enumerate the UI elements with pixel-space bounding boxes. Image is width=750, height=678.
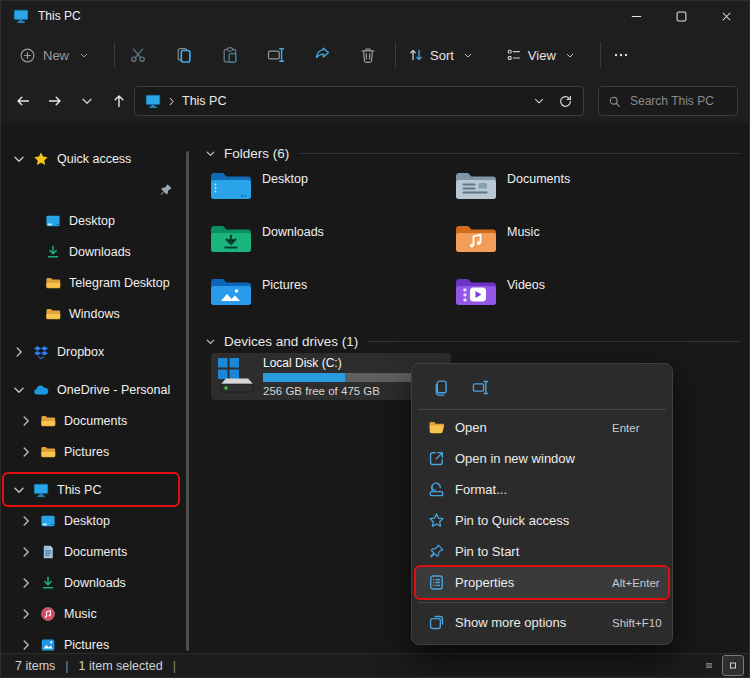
chevron-right-icon[interactable] <box>18 444 34 460</box>
sidebar-item-this-pc[interactable]: This PC <box>4 474 178 505</box>
sidebar-item-music-pc[interactable]: Music <box>4 598 178 629</box>
sidebar-item-downloads-pc[interactable]: Downloads <box>4 567 178 598</box>
tile-desktop[interactable]: Desktop <box>209 167 446 214</box>
new-button-label: New <box>43 48 69 63</box>
tile-pictures[interactable]: Pictures <box>209 273 446 320</box>
properties-icon <box>428 574 445 591</box>
forward-button[interactable] <box>39 85 71 117</box>
sidebar-item-telegram-desktop[interactable]: Telegram Desktop <box>4 267 178 298</box>
window-title: This PC <box>38 9 81 23</box>
pictures-blue-icon <box>40 637 56 653</box>
menu-item-open[interactable]: Open Enter <box>416 412 668 443</box>
devices-section-header[interactable]: Devices and drives (1) <box>204 331 741 351</box>
tile-label: Music <box>507 220 540 267</box>
menu-rename-button[interactable] <box>464 372 496 402</box>
win-close-icon <box>719 9 734 24</box>
command-toolbar: New <box>1 31 749 79</box>
sidebar-item-label: Documents <box>64 545 127 559</box>
folders-section-header[interactable]: Folders (6) <box>204 143 741 163</box>
delete-button[interactable] <box>345 37 391 73</box>
sidebar-item-documents-od[interactable]: Documents <box>4 405 178 436</box>
tile-documents[interactable]: Documents <box>454 167 691 214</box>
sidebar-pin-row[interactable] <box>4 174 178 205</box>
sidebar-item-desktop-qa[interactable]: Desktop <box>4 205 178 236</box>
menu-copy-button[interactable] <box>424 372 456 402</box>
address-dropdown-icon[interactable] <box>532 94 546 108</box>
pin-outline-icon <box>428 543 445 560</box>
sidebar-item-onedrive[interactable]: OneDrive - Personal <box>4 374 178 405</box>
chevron-down-icon[interactable] <box>204 335 217 348</box>
menu-item-label: Open <box>455 420 487 435</box>
maximize-button[interactable] <box>659 1 704 31</box>
chevron-right-icon[interactable] <box>18 575 34 591</box>
back-button[interactable] <box>7 85 39 117</box>
sidebar-item-pictures-od[interactable]: Pictures <box>4 436 178 467</box>
search-input[interactable] <box>628 93 728 109</box>
pin-icon <box>158 182 174 198</box>
see-more-button[interactable] <box>601 39 641 71</box>
paste-button[interactable] <box>207 37 253 73</box>
menu-item-open-new-window[interactable]: Open in new window <box>416 443 668 474</box>
address-bar[interactable]: This PC <box>134 86 584 116</box>
menu-item-label: Format... <box>455 482 507 497</box>
chevron-down-icon[interactable] <box>11 382 27 398</box>
folder-pictures-big-icon <box>209 273 253 309</box>
chevron-down-icon[interactable] <box>11 482 27 498</box>
menu-item-properties[interactable]: Properties Alt+Enter <box>416 567 668 598</box>
menu-item-pin-start[interactable]: Pin to Start <box>416 536 668 567</box>
new-button[interactable]: New <box>15 41 102 70</box>
sidebar-item-label: Documents <box>64 414 127 428</box>
window-controls <box>614 1 749 31</box>
menu-item-format[interactable]: Format... <box>416 474 668 505</box>
thumbnail-view-button[interactable] <box>723 656 743 675</box>
onedrive-icon <box>33 382 49 398</box>
menu-item-pin-quick-access[interactable]: Pin to Quick access <box>416 505 668 536</box>
music-circle-icon <box>40 606 56 622</box>
sort-button[interactable]: Sort <box>396 47 494 63</box>
folder-open-icon <box>428 419 445 436</box>
view-list-icon <box>506 47 522 63</box>
tile-downloads[interactable]: Downloads <box>209 220 446 267</box>
share-button[interactable] <box>299 37 345 73</box>
desktop-blue-icon <box>40 513 56 529</box>
monitor-icon <box>33 482 49 498</box>
sidebar-scrollbar[interactable] <box>186 151 189 651</box>
rename-button[interactable] <box>253 37 299 73</box>
sidebar-item-windows[interactable]: Windows <box>4 298 178 329</box>
tile-videos[interactable]: Videos <box>454 273 691 320</box>
copy-toolbar-icon <box>175 46 193 64</box>
breadcrumb[interactable]: This PC <box>182 94 226 108</box>
sidebar-item-quick-access[interactable]: Quick access <box>4 143 178 174</box>
refresh-icon[interactable] <box>558 94 573 109</box>
win-max-icon <box>674 9 689 24</box>
rename-toolbar-icon <box>267 46 285 64</box>
sidebar-item-dropbox[interactable]: Dropbox <box>4 336 178 367</box>
details-view-button[interactable] <box>699 656 719 675</box>
trash-icon <box>359 46 377 64</box>
chevron-right-icon[interactable] <box>18 544 34 560</box>
chevron-right-icon[interactable] <box>18 637 34 653</box>
sidebar-item-documents-pc[interactable]: Documents <box>4 536 178 567</box>
chevron-right-icon[interactable] <box>11 344 27 360</box>
copy-button[interactable] <box>161 37 207 73</box>
view-button[interactable]: View <box>494 47 596 63</box>
chevron-right-icon[interactable] <box>18 413 34 429</box>
chevron-down-icon[interactable] <box>204 147 217 160</box>
drive-usage-fill <box>263 373 345 382</box>
minimize-button[interactable] <box>614 1 659 31</box>
sidebar-item-desktop-pc[interactable]: Desktop <box>4 505 178 536</box>
up-button[interactable] <box>103 85 135 117</box>
desktop-blue-icon <box>45 213 61 229</box>
chevron-down-icon[interactable] <box>11 151 27 167</box>
menu-item-show-more-options[interactable]: Show more options Shift+F10 <box>416 607 668 638</box>
search-box[interactable] <box>598 86 738 116</box>
chevron-right-icon[interactable] <box>18 513 34 529</box>
tile-music[interactable]: Music <box>454 220 691 267</box>
chevron-right-icon[interactable] <box>18 606 34 622</box>
sidebar-item-label: This PC <box>57 483 101 497</box>
sidebar-item-downloads-qa[interactable]: Downloads <box>4 236 178 267</box>
recent-locations-button[interactable] <box>71 85 103 117</box>
close-button[interactable] <box>704 1 749 31</box>
search-icon <box>608 95 621 108</box>
cut-button[interactable] <box>115 37 161 73</box>
